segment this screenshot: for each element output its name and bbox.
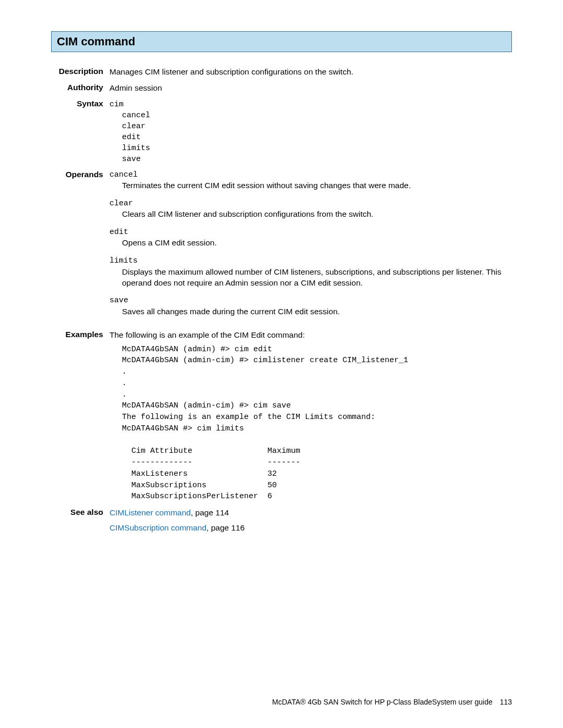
footer-page-number: 113 [500,698,512,706]
operand-name: limits [109,256,512,266]
operand-desc: Opens a CIM edit session. [109,238,512,249]
operand-item: clear Clears all CIM listener and subscr… [109,199,512,220]
syntax-arg: clear [109,121,512,132]
authority-label: Authority [51,83,109,92]
seealso-item: CIMListener command, page 114 [109,508,512,519]
seealso-link[interactable]: CIMSubscription command [109,523,206,532]
operand-item: edit Opens a CIM edit session. [109,227,512,249]
syntax-command: cim [109,99,512,110]
description-text: Manages CIM listener and subscription co… [109,67,512,78]
footer-text: McDATA® 4Gb SAN Switch for HP p-Class Bl… [272,698,493,706]
examples-row: Examples The following is an example of … [51,330,512,502]
operand-name: edit [109,227,512,238]
operand-desc: Saves all changes made during the curren… [109,306,512,317]
operand-name: clear [109,199,512,209]
authority-row: Authority Admin session [51,83,512,94]
syntax-label: Syntax [51,99,109,108]
description-label: Description [51,67,109,76]
authority-text: Admin session [109,83,512,94]
operand-desc: Terminates the current CIM edit session … [109,180,512,191]
description-row: Description Manages CIM listener and sub… [51,67,512,78]
seealso-list: CIMListener command, page 114 CIMSubscri… [109,508,512,538]
seealso-suffix: , page 116 [206,523,244,532]
operand-desc: Clears all CIM listener and subscription… [109,209,512,220]
operands-row: Operands cancel Terminates the current C… [51,170,512,325]
document-page: CIM command Description Manages CIM list… [0,0,563,728]
operand-name: cancel [109,170,512,180]
section-title: CIM command [57,35,506,48]
section-title-bar: CIM command [51,31,512,52]
operands-list: cancel Terminates the current CIM edit s… [109,170,512,325]
examples-intro: The following is an example of the CIM E… [109,330,512,341]
operand-item: cancel Terminates the current CIM edit s… [109,170,512,191]
examples-block: The following is an example of the CIM E… [109,330,512,502]
seealso-link[interactable]: CIMListener command [109,508,191,517]
seealso-suffix: , page 114 [191,508,229,517]
operand-item: save Saves all changes made during the c… [109,295,512,317]
examples-label: Examples [51,330,109,339]
syntax-block: cim cancel clear edit limits save [109,99,512,165]
page-footer: McDATA® 4Gb SAN Switch for HP p-Class Bl… [272,698,512,706]
syntax-arg: cancel [109,110,512,121]
operands-label: Operands [51,170,109,179]
examples-code: McDATA4GbSAN (admin) #> cim edit McDATA4… [122,344,512,503]
seealso-item: CIMSubscription command, page 116 [109,523,512,534]
operand-desc: Displays the maximum allowed number of C… [109,267,512,289]
syntax-row: Syntax cim cancel clear edit limits save [51,99,512,165]
operand-item: limits Displays the maximum allowed numb… [109,256,512,288]
syntax-arg: limits [109,143,512,154]
seealso-row: See also CIMListener command, page 114 C… [51,508,512,538]
syntax-arg: save [109,154,512,165]
syntax-arg: edit [109,132,512,143]
seealso-label: See also [51,508,109,517]
operand-name: save [109,295,512,306]
